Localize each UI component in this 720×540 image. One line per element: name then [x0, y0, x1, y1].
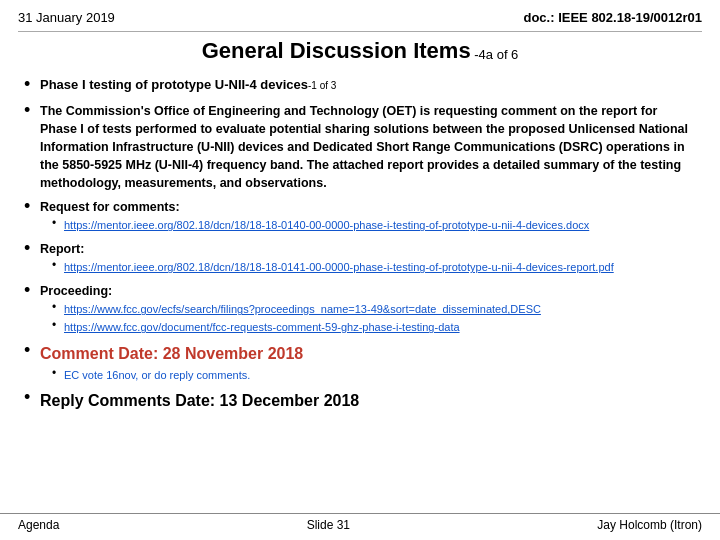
- bullet-4-text: Report: • https://mentor.ieee.org/802.18…: [40, 240, 696, 276]
- list-item: • Proceeding: • https://www.fcc.gov/ecfs…: [24, 282, 696, 336]
- sub-list-item: • https://mentor.ieee.org/802.18/dcn/18/…: [52, 218, 696, 234]
- sub-list-item: • https://www.fcc.gov/document/fcc-reque…: [52, 320, 696, 336]
- reply-date-label: Reply Comments Date:: [40, 392, 215, 409]
- link-report-pdf[interactable]: https://mentor.ieee.org/802.18/dcn/18/18…: [64, 260, 614, 276]
- link-proceeding-2[interactable]: https://www.fcc.gov/document/fcc-request…: [64, 320, 460, 336]
- bullet-icon: •: [24, 387, 40, 409]
- list-item: • The Commission's Office of Engineering…: [24, 102, 696, 193]
- link-request-docx[interactable]: https://mentor.ieee.org/802.18/dcn/18/18…: [64, 218, 589, 234]
- comment-date-sub: • EC vote 16nov, or do reply comments.: [52, 368, 696, 384]
- slide-title-sub: -4a of 6: [474, 47, 518, 62]
- comment-date-text: Comment Date: 28 November 2018 • EC vote…: [40, 342, 696, 383]
- list-item: • Phase I testing of prototype U-NII-4 d…: [24, 76, 696, 96]
- footer-right: Jay Holcomb (Itron): [597, 518, 702, 532]
- slide-header: 31 January 2019 doc.: IEEE 802.18-19/001…: [0, 0, 720, 29]
- sub-list-item: • https://mentor.ieee.org/802.18/dcn/18/…: [52, 260, 696, 276]
- slide-footer: Agenda Slide 31 Jay Holcomb (Itron): [0, 513, 720, 532]
- comment-date-value: 28 November 2018: [163, 345, 304, 362]
- sub-bullet-icon: •: [52, 300, 64, 314]
- sub-bullet-icon: •: [52, 318, 64, 332]
- bullet-5-text: Proceeding: • https://www.fcc.gov/ecfs/s…: [40, 282, 696, 336]
- reply-date-value: 13 December 2018: [220, 392, 360, 409]
- bullet-icon: •: [24, 74, 40, 96]
- bullet-3-text: Request for comments: • https://mentor.i…: [40, 198, 696, 234]
- slide-main-title: General Discussion Items: [202, 38, 471, 63]
- header-doc: doc.: IEEE 802.18-19/0012r01: [523, 10, 702, 25]
- bullet-1-text: Phase I testing of prototype U-NII-4 dev…: [40, 76, 696, 95]
- sub-bullet-icon: •: [52, 366, 64, 380]
- sub-bullet-icon: •: [52, 216, 64, 230]
- list-item: • Report: • https://mentor.ieee.org/802.…: [24, 240, 696, 276]
- comment-date-sub-text: EC vote 16nov, or do reply comments.: [64, 368, 250, 384]
- sub-bullet-icon: •: [52, 258, 64, 272]
- sub-list-item: • https://www.fcc.gov/ecfs/search/filing…: [52, 302, 696, 318]
- bullet-icon: •: [24, 340, 40, 362]
- footer-left: Agenda: [18, 518, 59, 532]
- slide-title-section: General Discussion Items -4a of 6: [0, 36, 720, 72]
- comment-date-label: Comment Date:: [40, 345, 158, 362]
- reply-date-text: Reply Comments Date: 13 December 2018: [40, 389, 696, 412]
- comment-date-item: • Comment Date: 28 November 2018 • EC vo…: [24, 342, 696, 383]
- bullet-2-text: The Commission's Office of Engineering a…: [40, 102, 696, 193]
- bullet-icon: •: [24, 238, 40, 260]
- footer-center: Slide 31: [307, 518, 350, 532]
- header-divider: [18, 31, 702, 32]
- bullet-icon: •: [24, 280, 40, 302]
- slide-content: • Phase I testing of prototype U-NII-4 d…: [0, 72, 720, 423]
- list-item: • Request for comments: • https://mentor…: [24, 198, 696, 234]
- header-date: 31 January 2019: [18, 10, 115, 25]
- bullet-icon: •: [24, 196, 40, 218]
- link-proceeding-1[interactable]: https://www.fcc.gov/ecfs/search/filings?…: [64, 302, 541, 318]
- bullet-icon: •: [24, 100, 40, 122]
- reply-date-item: • Reply Comments Date: 13 December 2018: [24, 389, 696, 412]
